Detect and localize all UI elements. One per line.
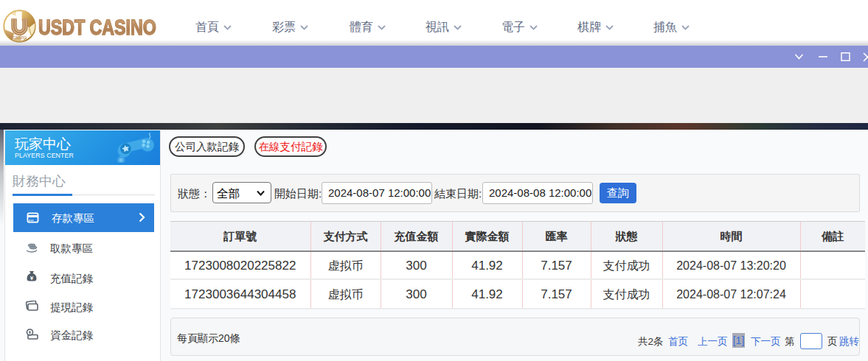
svg-text:¥: ¥ xyxy=(30,275,34,281)
